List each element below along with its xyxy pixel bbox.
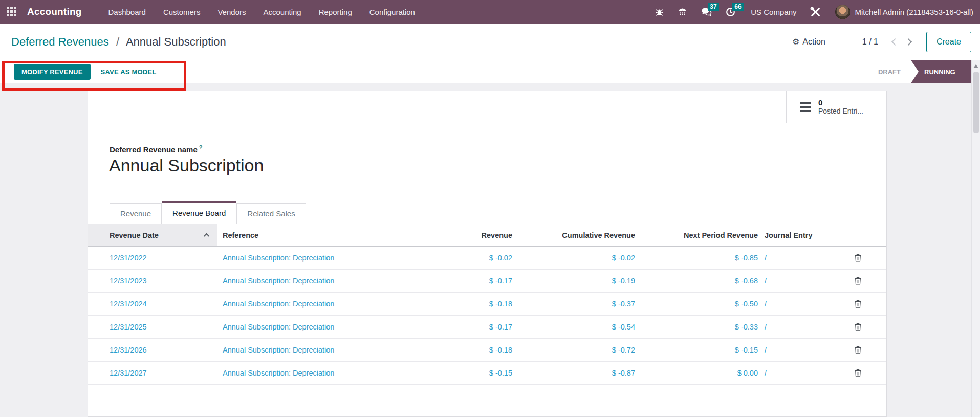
column-header-revenue[interactable]: Revenue [400,231,512,239]
cell-journal-entry[interactable]: / [758,300,830,308]
cell-revenue[interactable]: $ -0.17 [400,277,512,285]
scrollbar-up-arrow-icon[interactable] [973,64,978,68]
cell-cumulative-revenue[interactable]: $ -0.19 [512,277,635,285]
action-menu-button[interactable]: ⚙ Action [792,37,825,47]
cell-reference[interactable]: Annual Subscription: Depreciation [217,300,400,308]
control-panel: Deferred Revenues / Annual Subscription … [0,24,980,60]
cell-cumulative-revenue[interactable]: $ -0.87 [512,369,635,377]
cell-reference[interactable]: Annual Subscription: Depreciation [217,254,400,262]
cell-next-period-revenue[interactable]: $ -0.85 [635,254,758,262]
posted-entries-stat-button[interactable]: 0 Posted Entri... [786,91,886,123]
cell-revenue[interactable]: $ -0.15 [400,369,512,377]
app-title: Accounting [27,6,82,17]
activities-clock-icon[interactable]: 66 [726,7,735,17]
pager-next-icon[interactable] [905,38,912,45]
voip-phone-icon[interactable] [678,7,687,16]
cell-cumulative-revenue[interactable]: $ -0.54 [512,323,635,331]
delete-row-button[interactable] [854,323,862,331]
journal-entries-icon [800,102,811,112]
table-row: 12/31/2022 Annual Subscription: Deprecia… [88,247,886,270]
menu-customers[interactable]: Customers [155,2,209,23]
breadcrumb: Deferred Revenues / Annual Subscription [11,35,226,49]
user-avatar[interactable] [835,5,850,19]
messages-count-badge: 37 [708,3,718,11]
cell-revenue-date[interactable]: 12/31/2025 [88,323,217,331]
record-title[interactable]: Annual Subscription [109,156,264,175]
breadcrumb-current: Annual Subscription [126,35,226,48]
column-header-next-period-revenue[interactable]: Next Period Revenue [635,231,758,239]
cell-revenue-date[interactable]: 12/31/2026 [88,346,217,354]
column-header-reference[interactable]: Reference [217,231,400,239]
top-right-cluster: 37 66 US Company Mitchell Admin (2118435… [641,5,973,19]
cell-journal-entry[interactable]: / [758,323,830,331]
table-header-row: Revenue Date Reference Revenue Cumulativ… [88,224,886,247]
tab-related-sales[interactable]: Related Sales [236,203,306,224]
apps-grid-icon[interactable] [7,7,17,17]
menu-vendors[interactable]: Vendors [209,2,254,23]
posted-entries-count: 0 [818,98,863,107]
scrollbar-thumb[interactable] [973,72,979,133]
column-header-journal-entry[interactable]: Journal Entry [758,231,830,239]
deferred-revenue-name-label: Deferred Revenue name? [110,144,202,154]
delete-row-button[interactable] [854,346,862,354]
create-button[interactable]: Create [926,32,971,52]
breadcrumb-parent-link[interactable]: Deferred Revenues [11,35,109,48]
cell-revenue-date[interactable]: 12/31/2023 [88,277,217,285]
cell-reference[interactable]: Annual Subscription: Depreciation [217,323,400,331]
cell-revenue[interactable]: $ -0.18 [400,346,512,354]
column-header-revenue-date[interactable]: Revenue Date [88,224,217,246]
user-menu[interactable]: Mitchell Admin (21184353-16-0-all) [855,8,973,16]
delete-row-button[interactable] [854,254,862,262]
cell-reference[interactable]: Annual Subscription: Depreciation [217,277,400,285]
cell-revenue-date[interactable]: 12/31/2027 [88,369,217,377]
cell-reference[interactable]: Annual Subscription: Depreciation [217,369,400,377]
modify-revenue-button[interactable]: MODIFY REVENUE [14,64,91,80]
debug-bug-icon[interactable] [655,8,664,16]
column-header-cumulative-revenue[interactable]: Cumulative Revenue [512,231,635,239]
cell-revenue[interactable]: $ -0.17 [400,323,512,331]
tab-revenue-board[interactable]: Revenue Board [162,201,236,224]
cell-journal-entry[interactable]: / [758,369,830,377]
delete-row-button[interactable] [854,277,862,285]
breadcrumb-separator: / [116,35,119,48]
menu-reporting[interactable]: Reporting [310,2,361,23]
table-row: 12/31/2026 Annual Subscription: Deprecia… [88,339,886,362]
cell-revenue-date[interactable]: 12/31/2022 [88,254,217,262]
cell-reference[interactable]: Annual Subscription: Depreciation [217,346,400,354]
tools-icon[interactable] [810,7,821,17]
messages-icon[interactable]: 37 [701,7,712,16]
state-running-active[interactable]: RUNNING [911,60,971,83]
state-draft[interactable]: DRAFT [878,68,901,76]
delete-row-button[interactable] [854,369,862,377]
cell-journal-entry[interactable]: / [758,277,830,285]
sort-ascending-icon [204,233,209,238]
cell-journal-entry[interactable]: / [758,254,830,262]
vertical-scrollbar[interactable] [971,60,980,417]
menu-configuration[interactable]: Configuration [361,2,424,23]
revenue-board-table: Revenue Date Reference Revenue Cumulativ… [88,224,886,385]
cell-next-period-revenue[interactable]: $ 0.00 [635,369,758,377]
notebook-tabs: Revenue Revenue Board Related Sales [88,203,886,224]
tab-revenue[interactable]: Revenue [110,203,162,224]
pager-previous-icon[interactable] [891,38,899,45]
company-switcher[interactable]: US Company [751,8,796,16]
cell-cumulative-revenue[interactable]: $ -0.37 [512,300,635,308]
cell-revenue[interactable]: $ -0.18 [400,300,512,308]
cell-revenue[interactable]: $ -0.02 [400,254,512,262]
table-row: 12/31/2024 Annual Subscription: Deprecia… [88,293,886,316]
cell-cumulative-revenue[interactable]: $ -0.72 [512,346,635,354]
cell-revenue-date[interactable]: 12/31/2024 [88,300,217,308]
cell-next-period-revenue[interactable]: $ -0.50 [635,300,758,308]
menu-accounting[interactable]: Accounting [254,2,310,23]
help-marker-icon[interactable]: ? [199,144,203,150]
cell-cumulative-revenue[interactable]: $ -0.02 [512,254,635,262]
cell-journal-entry[interactable]: / [758,346,830,354]
cell-next-period-revenue[interactable]: $ -0.33 [635,323,758,331]
top-nav-bar: Accounting Dashboard Customers Vendors A… [0,0,980,24]
menu-dashboard[interactable]: Dashboard [100,2,155,23]
cell-next-period-revenue[interactable]: $ -0.15 [635,346,758,354]
main-menu: Dashboard Customers Vendors Accounting R… [100,2,424,23]
delete-row-button[interactable] [854,300,862,308]
cell-next-period-revenue[interactable]: $ -0.68 [635,277,758,285]
save-as-model-button[interactable]: SAVE AS MODEL [100,64,158,80]
